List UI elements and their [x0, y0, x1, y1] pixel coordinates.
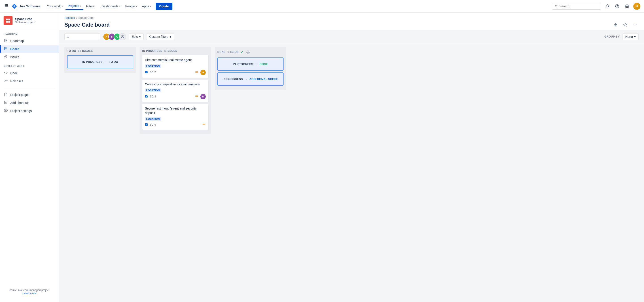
transition-card-done[interactable]: IN PROGRESS → DONE — [217, 58, 284, 71]
sidebar-item-label: Board — [10, 47, 19, 51]
nav-people[interactable]: People ▾ — [123, 3, 139, 10]
card-sc7[interactable]: Hire commercial real estate agent LOCATI… — [142, 55, 208, 78]
sidebar-item-project-settings[interactable]: Project settings — [0, 107, 59, 115]
card-sc9[interactable]: Secure first month's rent and security d… — [142, 104, 208, 130]
column-inprogress-label: IN PROGRESS — [142, 50, 162, 52]
transition-from-label: IN PROGRESS — [82, 60, 102, 64]
project-icon — [4, 16, 12, 25]
svg-marker-26 — [614, 23, 617, 26]
card-footer: SC-7 A — [145, 70, 206, 75]
svg-point-25 — [5, 110, 6, 111]
sidebar-item-code[interactable]: Code — [0, 69, 59, 77]
learn-more-link[interactable]: Learn more — [22, 292, 36, 295]
board-search-input[interactable] — [71, 35, 98, 38]
svg-rect-19 — [6, 47, 7, 49]
column-inprogress-header: IN PROGRESS 4 ISSUES — [142, 50, 208, 52]
sidebar-divider — [4, 88, 55, 88]
sidebar-item-roadmap[interactable]: Roadmap — [0, 37, 59, 45]
issue-id: SC-7 — [150, 71, 156, 74]
logo[interactable]: Jira Software — [11, 3, 40, 10]
nav-apps[interactable]: Apps ▾ — [140, 3, 154, 10]
transition-card-additional-scope[interactable]: IN PROGRESS → ADDITIONAL SCOPE — [217, 72, 284, 86]
top-navigation: Jira Software Your work ▾ Projects ▾ Fil… — [0, 0, 644, 12]
nav-dashboards[interactable]: Dashboards ▾ — [99, 3, 123, 10]
chevron-down-icon: ▾ — [119, 5, 120, 8]
svg-rect-37 — [196, 72, 198, 72]
card-label: LOCATION — [145, 88, 161, 92]
priority-icon — [195, 94, 198, 99]
epic-filter-button[interactable]: Epic ▾ — [129, 33, 144, 40]
help-button[interactable] — [614, 3, 621, 10]
grid-icon[interactable] — [4, 3, 10, 10]
transition-arrow: → — [255, 62, 258, 66]
transition-to-label: ADDITIONAL SCOPE — [249, 77, 278, 81]
svg-rect-0 — [5, 4, 6, 5]
transition-to-label: DONE — [260, 62, 268, 66]
search-box[interactable] — [552, 3, 601, 10]
priority-icon — [195, 70, 198, 75]
sidebar-item-board[interactable]: Board — [0, 45, 59, 53]
issue-icon — [145, 70, 148, 74]
settings-button[interactable] — [624, 3, 630, 10]
code-icon — [4, 71, 8, 75]
chevron-down-icon: ▾ — [62, 5, 63, 8]
breadcrumb-space-cafe: Space Cafe — [78, 16, 94, 20]
column-inprogress: IN PROGRESS 4 ISSUES Hire commercial rea… — [140, 47, 211, 134]
main-header: Projects / Space Cafe Space Cafe board — [59, 12, 644, 30]
star-button[interactable] — [622, 21, 629, 28]
card-label: LOCATION — [145, 117, 161, 121]
issue-id: SC-8 — [150, 95, 156, 98]
sidebar-item-releases[interactable]: Releases — [0, 77, 59, 85]
column-todo-label: TO DO — [67, 50, 76, 52]
column-settings-button[interactable] — [245, 50, 251, 55]
transition-card-todo[interactable]: IN PROGRESS → TO DO — [67, 55, 133, 68]
notifications-button[interactable] — [604, 3, 611, 10]
sidebar-item-label: Code — [10, 71, 18, 75]
nav-right-actions: U — [552, 3, 640, 10]
svg-point-29 — [635, 24, 636, 25]
transition-arrow: → — [104, 60, 107, 64]
nav-your-work[interactable]: Your work ▾ — [45, 3, 65, 10]
group-by-label: GROUP BY — [604, 35, 620, 38]
sidebar-project-header[interactable]: Space Cafe Software project — [0, 12, 59, 29]
breadcrumb-separator: / — [76, 16, 77, 20]
transition-arrow: → — [245, 77, 248, 81]
project-type: Software project — [15, 21, 35, 24]
board-search[interactable] — [64, 33, 100, 40]
custom-filters-button[interactable]: Custom filters ▾ — [146, 33, 174, 40]
settings-icon — [4, 109, 8, 113]
column-todo: TO DO 12 ISSUES IN PROGRESS → TO DO — [64, 47, 136, 73]
column-done-header: DONE 1 ISSUE ✓ — [217, 50, 284, 55]
sidebar-item-label: Releases — [10, 79, 23, 83]
logo-text: Jira Software — [19, 4, 40, 8]
svg-rect-40 — [196, 96, 198, 97]
column-inprogress-count: 4 ISSUES — [164, 50, 177, 52]
card-avatar: A — [200, 70, 206, 75]
nav-filters[interactable]: Filters ▾ — [84, 3, 99, 10]
svg-rect-4 — [6, 5, 7, 6]
column-done-label: DONE — [217, 50, 226, 54]
column-done-count: 1 ISSUE — [228, 50, 238, 54]
nav-projects[interactable]: Projects ▾ — [66, 2, 84, 10]
board-actions — [612, 21, 639, 28]
breadcrumb-projects[interactable]: Projects — [64, 16, 75, 20]
lightning-button[interactable] — [612, 21, 619, 28]
avatar-filter-add[interactable] — [119, 33, 126, 40]
sidebar-item-add-shortcut[interactable]: Add shortcut — [0, 99, 59, 107]
card-sc8[interactable]: Conduct a competitive location analysis … — [142, 80, 208, 102]
more-button[interactable] — [632, 21, 639, 28]
development-section-label: DEVELOPMENT — [0, 61, 59, 69]
sidebar-item-issues[interactable]: Issues — [0, 53, 59, 61]
user-avatar[interactable]: U — [633, 3, 640, 10]
group-by-select[interactable]: None ▾ — [622, 33, 639, 40]
sidebar-footer: You're in a team-managed project Learn m… — [0, 285, 59, 298]
sidebar-item-label: Issues — [10, 55, 19, 59]
chevron-down-icon: ▾ — [96, 5, 96, 8]
sidebar-item-project-pages[interactable]: Project pages — [0, 91, 59, 99]
svg-rect-39 — [196, 96, 198, 96]
board-columns: TO DO 12 ISSUES IN PROGRESS → TO DO IN P… — [59, 43, 644, 177]
main-content: Projects / Space Cafe Space Cafe board — [59, 12, 644, 302]
svg-rect-16 — [8, 21, 10, 22]
create-button[interactable]: Create — [156, 3, 173, 10]
search-input[interactable] — [560, 4, 598, 8]
